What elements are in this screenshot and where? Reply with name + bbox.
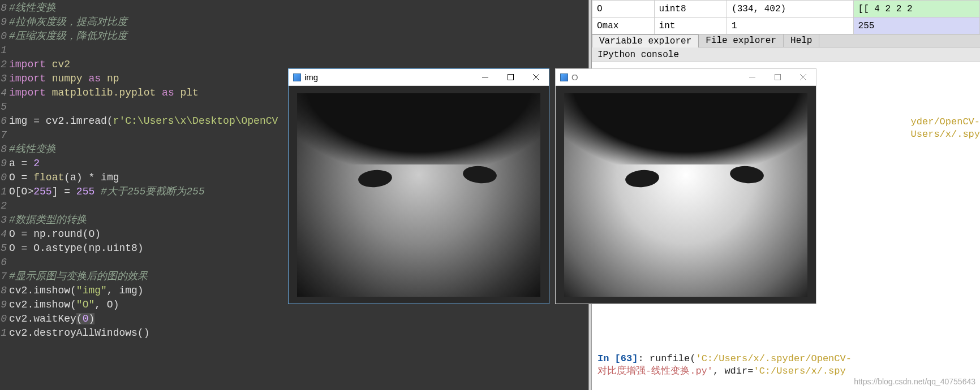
line-number: 1	[0, 185, 8, 199]
code-content: cv2.waitKey(0)	[8, 312, 94, 326]
line-number: 3	[0, 213, 8, 227]
line-number: 6	[0, 114, 8, 128]
variable-table[interactable]: Ouint8(334, 402)[[ 4 2 2 2Omaxint1255	[592, 0, 980, 34]
code-content: #线性变换	[8, 1, 56, 15]
image-content	[297, 93, 540, 297]
prompt-num: [63]	[615, 353, 638, 364]
code-line[interactable]: 9#拉伸灰度级，提高对比度	[0, 15, 588, 29]
code-content: #压缩灰度级，降低对比度	[8, 29, 127, 44]
prompt-in: In	[598, 353, 615, 364]
line-number: 2	[0, 199, 8, 213]
table-cell: int	[654, 18, 727, 34]
code-content: #线性变换	[8, 142, 56, 157]
app-icon	[293, 73, 301, 81]
code-line[interactable]: 1cv2.destroyAllWindows()	[0, 326, 588, 340]
table-cell: Omax	[592, 18, 655, 34]
line-number: 8	[0, 284, 8, 298]
line-number: 6	[0, 255, 8, 270]
ipython-console-tab[interactable]: IPython console	[592, 47, 980, 62]
code-content: import cv2	[8, 58, 70, 72]
line-number: 3	[0, 72, 8, 86]
code-content: O = np.round(O)	[8, 227, 101, 241]
window-title: O	[556, 72, 740, 82]
subtab-label: IPython console	[598, 50, 679, 60]
window-img[interactable]: img	[289, 69, 549, 304]
titlebar[interactable]: img	[289, 69, 549, 86]
line-number: 0	[0, 312, 8, 326]
close-button[interactable]	[523, 69, 549, 86]
code-line[interactable]: 8#线性变换	[0, 1, 588, 15]
line-number: 7	[0, 270, 8, 284]
code-content: import matplotlib.pyplot as plt	[8, 86, 199, 100]
table-cell: 1	[727, 18, 853, 34]
code-content: cv2.imshow("img", img)	[8, 284, 144, 298]
code-content: O = O.astype(np.uint8)	[8, 241, 144, 255]
tab-help[interactable]: Help	[784, 34, 819, 47]
line-number: 2	[0, 58, 8, 72]
variable-explorer[interactable]: Ouint8(334, 402)[[ 4 2 2 2Omaxint1255	[592, 0, 980, 34]
svg-rect-5	[775, 75, 781, 80]
line-number: 4	[0, 86, 8, 100]
maximize-button[interactable]	[765, 69, 790, 86]
maximize-button[interactable]	[498, 69, 523, 86]
code-content: a = 2	[8, 157, 40, 171]
minimize-button[interactable]	[740, 69, 765, 86]
code-content: import numpy as np	[8, 72, 119, 86]
line-number: 9	[0, 298, 8, 312]
table-cell: uint8	[654, 1, 727, 18]
line-number: 9	[0, 157, 8, 171]
line-number: 7	[0, 128, 8, 142]
table-cell: (334, 402)	[727, 1, 853, 18]
app-icon	[560, 73, 568, 81]
line-number: 8	[0, 1, 8, 15]
line-number: 5	[0, 241, 8, 255]
line-number: 9	[0, 15, 8, 29]
window-title: img	[289, 72, 472, 82]
code-content: cv2.destroyAllWindows()	[8, 326, 149, 340]
watermark: https://blog.csdn.net/qq_40755643	[854, 375, 975, 388]
code-content: img = cv2.imread(r'C:\Users\x\Desktop\Op…	[8, 114, 278, 128]
line-number: 1	[0, 326, 8, 340]
console-overflow-text: yder/OpenCV- Users/x/.spy	[911, 116, 980, 141]
titlebar[interactable]: O	[556, 69, 816, 86]
code-content: O = float(a) * img	[8, 171, 119, 185]
table-cell: [[ 4 2 2 2	[853, 1, 979, 18]
code-content: #显示原图与变换后的图的效果	[8, 270, 148, 284]
line-number: 1	[0, 44, 8, 58]
code-line[interactable]: 0cv2.waitKey(0)	[0, 312, 588, 326]
table-cell: O	[592, 1, 655, 18]
line-number: 8	[0, 142, 8, 157]
line-number: 0	[0, 171, 8, 185]
code-line[interactable]: 0#压缩灰度级，降低对比度	[0, 29, 588, 44]
image-canvas	[289, 86, 549, 304]
table-row[interactable]: Omaxint1255	[592, 18, 980, 34]
image-content	[564, 93, 807, 297]
image-canvas	[556, 86, 816, 304]
table-row[interactable]: Ouint8(334, 402)[[ 4 2 2 2	[592, 1, 980, 18]
code-line[interactable]: 1	[0, 44, 588, 58]
line-number: 0	[0, 29, 8, 44]
line-number: 5	[0, 100, 8, 114]
console-output: In [63]: runfile('C:/Users/x/.spyder/Ope…	[598, 353, 980, 378]
code-content: #拉伸灰度级，提高对比度	[8, 15, 127, 29]
close-button[interactable]	[790, 69, 816, 86]
code-content: #数据类型的转换	[8, 213, 87, 227]
tab-variable-explorer[interactable]: Variable explorer	[592, 34, 699, 48]
table-cell: 255	[853, 18, 979, 34]
code-content: cv2.imshow("O", O)	[8, 298, 119, 312]
minimize-button[interactable]	[472, 69, 498, 86]
code-content: O[O>255] = 255 #大于255要截断为255	[8, 185, 205, 199]
line-number: 4	[0, 227, 8, 241]
panel-tabs[interactable]: Variable explorerFile explorerHelp	[592, 34, 980, 47]
tab-file-explorer[interactable]: File explorer	[699, 34, 784, 47]
window-o[interactable]: O	[556, 69, 816, 304]
svg-rect-1	[508, 75, 514, 80]
